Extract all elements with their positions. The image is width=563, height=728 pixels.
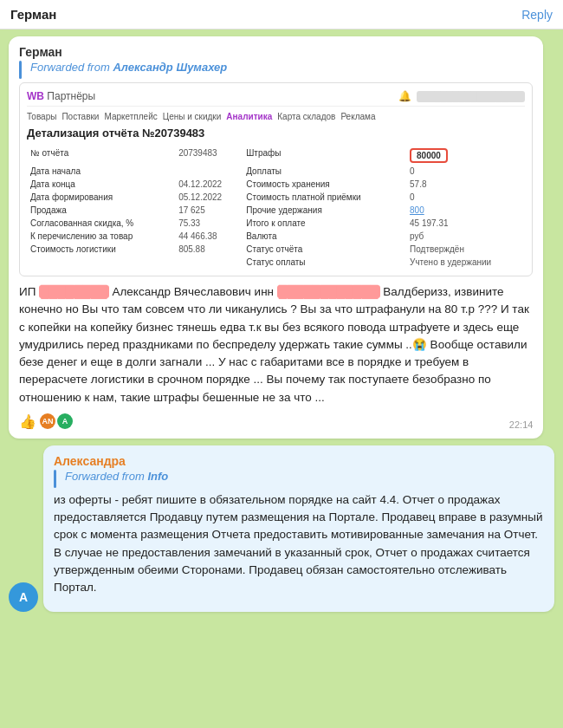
forwarded-from-1: Forwarded from Александр Шумахер [30, 61, 227, 74]
wb-icons: 🔔 ████████████ [398, 90, 525, 102]
chat-title: Герман [10, 7, 56, 22]
wb-report-title: Детализация отчёта №20739483 [27, 127, 525, 140]
reactions: 👍 AN A [19, 413, 73, 430]
forward-divider-2 [54, 470, 56, 488]
wb-screenshot: WB Партнёры 🔔 ████████████ Товары Постав… [19, 82, 533, 276]
message-footer-1: 👍 AN A 22:14 [19, 413, 533, 430]
message-row-2: А Александра Forwarded from Info из офер… [9, 445, 554, 613]
table-row: Продажа17 625 Прочие удержания800 [27, 204, 525, 217]
nav-prices: Цены и скидки [163, 112, 222, 121]
table-row: К перечислению за товар44 466.38 Валютар… [27, 230, 525, 243]
message-text-2: из оферты - ребят пишите в обязательном … [54, 491, 544, 597]
table-row: Дата формирования05.12.2022 Стоимость пл… [27, 191, 525, 204]
avatar-alexandra: А [9, 582, 38, 612]
table-row: № отчёта20739483 Штрафы80000 [27, 146, 525, 165]
sender-name-2: Александра [54, 454, 544, 468]
nav-supplies: Поставки [61, 112, 99, 121]
table-row: Статус оплатыУчтено в удержании [27, 256, 525, 269]
timestamp-1: 22:14 [509, 419, 534, 430]
chat-header: Герман Reply [0, 0, 563, 29]
reaction-avatars: AN A [40, 413, 73, 429]
wb-nav: Товары Поставки Маркетплейс Цены и скидк… [27, 112, 525, 121]
table-row: Дата конца04.12.2022 Стоимость хранения5… [27, 178, 525, 191]
message-bubble-1: Герман Forwarded from Александр Шумахер … [9, 36, 543, 439]
thumbs-up-reaction: 👍 [19, 413, 36, 430]
nav-map: Карта складов [277, 112, 335, 121]
table-row: Стоимость логистики805.88 Статус отчётаП… [27, 243, 525, 256]
table-row: Дата начала Доплаты0 [27, 165, 525, 178]
table-row: Согласованная скидка, %75.33 Итого к опл… [27, 217, 525, 230]
penalty-value: 80000 [410, 148, 448, 163]
avatar-an: AN [40, 413, 55, 429]
message-text-1: ИП ████████ Александр Вячеславович инн █… [19, 283, 533, 406]
wb-table: № отчёта20739483 Штрафы80000 Дата начала… [27, 146, 525, 269]
forwarded-from-2: Forwarded from Info [65, 470, 168, 483]
bell-icon: 🔔 [398, 90, 411, 102]
forward-divider-1 [19, 61, 22, 79]
nav-analytics: Аналитика [226, 112, 272, 121]
nav-ads: Реклама [340, 112, 375, 121]
sender-name-1: Герман [19, 45, 533, 59]
nav-goods: Товары [27, 112, 56, 121]
wb-logo: WB Партнёры [27, 90, 95, 102]
message-bubble-2: Александра Forwarded from Info из оферты… [43, 445, 554, 613]
blurred-username: ████████████ [417, 91, 525, 102]
avatar-a: A [57, 413, 73, 429]
reply-button[interactable]: Reply [521, 8, 553, 22]
nav-marketplace: Маркетплейс [104, 112, 157, 121]
